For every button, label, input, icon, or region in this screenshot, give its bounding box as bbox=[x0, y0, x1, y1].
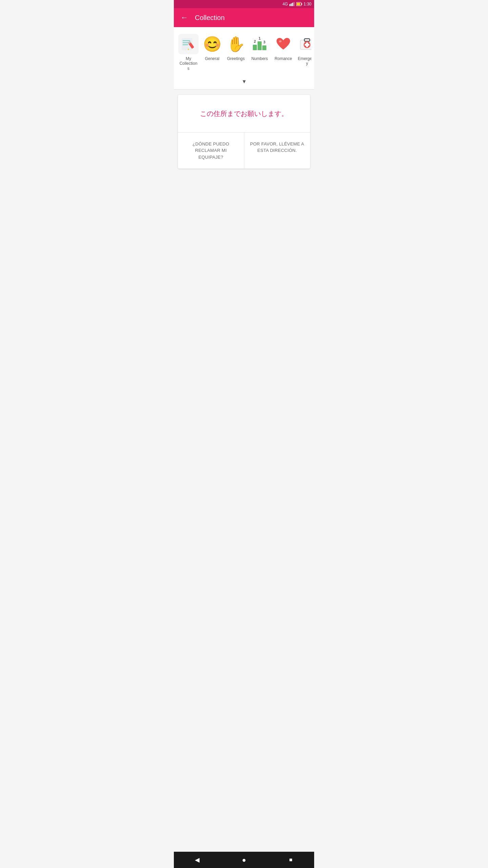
category-item-greetings[interactable]: ✋ Greetings bbox=[224, 33, 248, 72]
svg-rect-0 bbox=[289, 4, 290, 6]
chevron-row: ▾ bbox=[174, 75, 314, 90]
main-content: この住所までお願いします。 ¿DÓNDE PUEDO RECLAMAR MI E… bbox=[174, 90, 314, 174]
signal-label: 4G bbox=[283, 2, 288, 6]
app-header: ← Collection bbox=[174, 8, 314, 27]
svg-text:3: 3 bbox=[263, 40, 265, 44]
general-label: General bbox=[205, 56, 220, 61]
category-item-emergency[interactable]: Emergency bbox=[295, 33, 311, 72]
translation-2[interactable]: POR FAVOR, LLÉVEME A ESTA DIRECCIÓN. bbox=[244, 133, 310, 169]
category-row: My Collections 😊 General ✋ Greetings 2 bbox=[177, 33, 311, 72]
chevron-down-icon[interactable]: ▾ bbox=[243, 78, 246, 85]
back-button[interactable]: ← bbox=[179, 12, 189, 23]
greetings-icon: ✋ bbox=[226, 34, 246, 54]
general-icon: 😊 bbox=[202, 34, 222, 54]
emergency-svg-icon bbox=[298, 35, 311, 53]
svg-rect-26 bbox=[305, 44, 309, 46]
svg-rect-17 bbox=[258, 41, 262, 50]
status-bar: 4G ⚡ 1:30 bbox=[174, 0, 314, 8]
category-item-my-collections[interactable]: My Collections bbox=[177, 33, 200, 72]
svg-rect-1 bbox=[291, 3, 292, 6]
numbers-svg-icon: 2 1 3 bbox=[251, 35, 268, 53]
phrase-translations: ¿DÓNDE PUEDO RECLAMAR MI EQUIPAJE? POR F… bbox=[178, 133, 310, 169]
svg-rect-19 bbox=[262, 45, 266, 50]
my-collections-icon bbox=[178, 34, 199, 54]
notepad-pencil-icon bbox=[180, 35, 197, 53]
numbers-label: Numbers bbox=[251, 56, 268, 61]
status-icons: 4G ⚡ 1:30 bbox=[283, 2, 311, 6]
phrase-japanese-text: この住所までお願いします。 bbox=[200, 110, 288, 117]
svg-rect-5 bbox=[301, 3, 302, 5]
category-area: My Collections 😊 General ✋ Greetings 2 bbox=[174, 27, 314, 75]
category-item-numbers[interactable]: 2 1 3 Numbers bbox=[248, 33, 271, 72]
romance-label: Romance bbox=[274, 56, 292, 61]
svg-rect-2 bbox=[292, 3, 293, 6]
translation-2-text: POR FAVOR, LLÉVEME A ESTA DIRECCIÓN. bbox=[250, 141, 304, 153]
svg-text:1: 1 bbox=[259, 36, 261, 40]
heart-svg-icon bbox=[274, 35, 292, 53]
greetings-label: Greetings bbox=[227, 56, 245, 61]
romance-icon bbox=[273, 34, 293, 54]
phrase-japanese-section: この住所までお願いします。 bbox=[178, 95, 310, 133]
page-title: Collection bbox=[195, 14, 225, 22]
svg-rect-15 bbox=[253, 45, 257, 50]
battery-icon: ⚡ bbox=[296, 2, 302, 6]
phrase-card: この住所までお願いします。 ¿DÓNDE PUEDO RECLAMAR MI E… bbox=[178, 95, 310, 169]
numbers-icon: 2 1 3 bbox=[249, 34, 270, 54]
my-collections-label: My Collections bbox=[179, 56, 198, 71]
category-item-romance[interactable]: Romance bbox=[271, 33, 295, 72]
translation-1[interactable]: ¿DÓNDE PUEDO RECLAMAR MI EQUIPAJE? bbox=[178, 133, 244, 169]
svg-text:2: 2 bbox=[254, 39, 256, 43]
translation-1-text: ¿DÓNDE PUEDO RECLAMAR MI EQUIPAJE? bbox=[192, 141, 229, 159]
time-label: 1:30 bbox=[304, 2, 311, 6]
emergency-icon bbox=[297, 34, 311, 54]
emergency-label: Emergency bbox=[297, 56, 311, 66]
svg-text:⚡: ⚡ bbox=[297, 3, 300, 6]
signal-icon bbox=[289, 2, 295, 6]
svg-rect-3 bbox=[293, 2, 294, 6]
category-item-general[interactable]: 😊 General bbox=[200, 33, 224, 72]
